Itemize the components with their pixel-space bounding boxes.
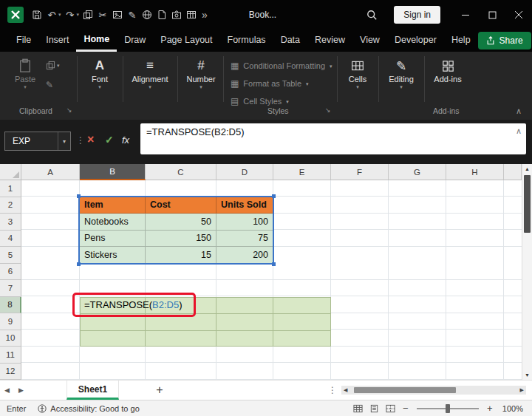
column-header-b[interactable]: B — [80, 164, 146, 180]
font-group-button[interactable]: A Font ▾ — [83, 58, 117, 89]
cell-b8-formula[interactable]: =TRANSPOSE(B2:D5) — [81, 297, 183, 314]
vertical-scrollbar[interactable]: ▲ ▼ — [522, 164, 532, 380]
row-header-10[interactable]: 10 — [0, 330, 21, 347]
row-header-4[interactable]: 4 — [0, 231, 21, 248]
tab-scroll-divider-icon[interactable]: ⋮ — [324, 385, 341, 395]
cell-b3[interactable]: Notebooks — [80, 214, 146, 231]
styles-dialog-launcher-icon[interactable]: ↘ — [325, 106, 331, 114]
row-header-8[interactable]: 8 — [0, 297, 21, 314]
row-header-1[interactable]: 1 — [0, 180, 21, 197]
new-sheet-button[interactable]: + — [150, 383, 168, 397]
search-icon[interactable] — [361, 4, 382, 25]
column-header-f[interactable]: F — [331, 164, 389, 180]
row-header-7[interactable]: 7 — [0, 280, 21, 297]
column-header-c[interactable]: C — [146, 164, 216, 180]
cell-b5[interactable]: Stickers — [80, 247, 146, 264]
column-header-g[interactable]: G — [389, 164, 446, 180]
column-header-a[interactable]: A — [21, 164, 80, 180]
copy-icon[interactable] — [81, 6, 95, 24]
clipboard-dialog-launcher-icon[interactable]: ↘ — [66, 106, 72, 114]
cell-d2[interactable]: Units Sold — [216, 197, 273, 214]
redo-dropdown-icon[interactable]: ▾ — [77, 12, 80, 18]
insert-function-icon[interactable]: fx — [122, 134, 129, 146]
tab-draw[interactable]: Draw — [117, 30, 153, 52]
page-layout-view-icon[interactable] — [366, 401, 383, 416]
cell-c3[interactable]: 50 — [146, 214, 216, 231]
paste-button[interactable]: Paste ▾ — [9, 58, 41, 89]
row-header-11[interactable]: 11 — [0, 347, 21, 364]
tab-insert[interactable]: Insert — [38, 30, 76, 52]
tab-developer[interactable]: Developer — [387, 30, 444, 52]
tab-home[interactable]: Home — [76, 30, 117, 52]
copy-ribbon-button[interactable]: ▾ — [46, 61, 60, 70]
vertical-scrollbar-thumb[interactable] — [524, 175, 531, 233]
cells-group-button[interactable]: Cells ▾ — [341, 58, 374, 89]
cell-d3[interactable]: 100 — [216, 214, 273, 231]
collapse-ribbon-icon[interactable]: ∧ — [516, 106, 522, 116]
scroll-left-icon[interactable]: ◀ — [341, 387, 349, 393]
next-sheet-icon[interactable]: ▶ — [14, 386, 28, 394]
zoom-level[interactable]: 100% — [502, 404, 523, 413]
number-group-button[interactable]: # Number ▾ — [182, 58, 220, 89]
tab-review[interactable]: Review — [307, 30, 352, 52]
row-header-5[interactable]: 5 — [0, 247, 21, 264]
maximize-button[interactable] — [479, 0, 505, 30]
cell-b2[interactable]: Item — [80, 197, 146, 214]
cell-d4[interactable]: 75 — [216, 231, 273, 248]
page-break-view-icon[interactable] — [383, 401, 399, 416]
cell-c5[interactable]: 15 — [146, 247, 216, 264]
tab-data[interactable]: Data — [273, 30, 307, 52]
row-header-12[interactable]: 12 — [0, 364, 21, 381]
share-button[interactable]: Share — [478, 32, 531, 50]
cancel-formula-icon[interactable]: × — [87, 133, 94, 146]
undo-icon[interactable]: ↶ — [44, 6, 59, 24]
cell-b4[interactable]: Pens — [80, 231, 146, 248]
column-header-d[interactable]: D — [216, 164, 273, 180]
cell-styles-button[interactable]: ▤ Cell Styles ▾ — [231, 96, 289, 106]
cell-c4[interactable]: 150 — [146, 231, 216, 248]
name-box[interactable]: EXP ▾ — [4, 132, 71, 151]
sign-in-button[interactable]: Sign in — [394, 6, 440, 24]
collapse-formula-bar-icon[interactable]: ∧ — [516, 126, 522, 136]
row-header-9[interactable]: 9 — [0, 313, 21, 330]
document-icon[interactable] — [154, 6, 169, 24]
row-header-6[interactable]: 6 — [0, 264, 21, 281]
zoom-out-icon[interactable]: − — [399, 403, 412, 414]
draw-icon[interactable]: ✎ — [125, 6, 140, 24]
tab-help[interactable]: Help — [444, 30, 478, 52]
addins-button[interactable]: Add-ins — [429, 58, 467, 83]
scroll-down-icon[interactable]: ▼ — [522, 370, 532, 380]
column-header-e[interactable]: E — [273, 164, 331, 180]
horizontal-scrollbar[interactable]: ◀ ▶ — [341, 386, 526, 395]
alignment-group-button[interactable]: ≡ Alignment ▾ — [127, 58, 173, 89]
zoom-slider[interactable] — [417, 408, 479, 409]
row-header-2[interactable]: 2 — [0, 197, 21, 214]
accessibility-status[interactable]: Accessibility: Good to go — [38, 404, 139, 413]
format-as-table-button[interactable]: ▦ Format as Table ▾ — [231, 78, 309, 89]
image-icon[interactable] — [110, 6, 125, 24]
row-header-3[interactable]: 3 — [0, 214, 21, 231]
camera-icon[interactable] — [169, 6, 184, 24]
select-all-corner[interactable] — [0, 164, 21, 180]
scroll-up-icon[interactable]: ▲ — [522, 164, 532, 174]
normal-view-icon[interactable] — [350, 401, 366, 416]
tab-file[interactable]: File — [9, 30, 38, 52]
zoom-in-icon[interactable]: + — [483, 403, 497, 414]
tab-formulas[interactable]: Formulas — [220, 30, 273, 52]
column-header-h[interactable]: H — [446, 164, 504, 180]
previous-sheet-icon[interactable]: ◀ — [0, 386, 14, 394]
editing-group-button[interactable]: ✎ Editing ▾ — [383, 58, 420, 89]
sheet-tab-sheet1[interactable]: Sheet1 — [66, 381, 119, 400]
scroll-right-icon[interactable]: ▶ — [518, 387, 526, 393]
minimize-button[interactable] — [452, 0, 479, 30]
formula-input[interactable]: =TRANSPOSE(B2:D5) ∧ — [140, 123, 526, 154]
horizontal-scrollbar-thumb[interactable] — [354, 387, 456, 393]
tab-view[interactable]: View — [352, 30, 387, 52]
undo-dropdown-icon[interactable]: ▾ — [58, 12, 61, 18]
conditional-formatting-button[interactable]: ▦ Conditional Formatting ▾ — [231, 61, 332, 71]
cell-c2[interactable]: Cost — [146, 197, 216, 214]
cells-grid[interactable]: Item Cost Units Sold Notebooks 50 100 Pe… — [21, 180, 522, 380]
tab-page-layout[interactable]: Page Layout — [153, 30, 219, 52]
redo-icon[interactable]: ↷ — [63, 6, 78, 24]
close-button[interactable] — [505, 0, 532, 30]
